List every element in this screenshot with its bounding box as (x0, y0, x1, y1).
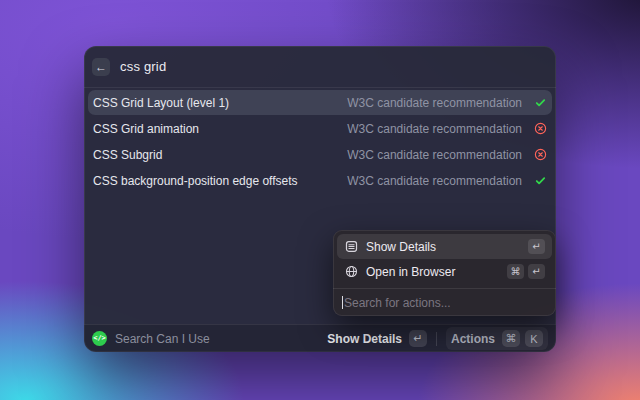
result-status: W3C candidate recommendation (347, 122, 522, 136)
action-key-badges: ⌘↵ (507, 264, 545, 279)
action-panel: Show Details↵Open in Browser⌘↵ (333, 230, 556, 316)
result-title: CSS background-position edge offsets (93, 174, 298, 188)
action-key-badges: ↵ (528, 239, 545, 254)
action-search-input[interactable] (344, 296, 547, 310)
cross-circle-icon (533, 122, 547, 136)
check-icon (533, 96, 547, 110)
result-title: CSS Grid animation (93, 122, 199, 136)
return-key-badge: ↵ (409, 330, 427, 347)
result-row[interactable]: CSS SubgridW3C candidate recommendation (88, 142, 552, 167)
result-row[interactable]: CSS Grid Layout (level 1)W3C candidate r… (88, 90, 552, 115)
result-title: CSS Subgrid (93, 148, 162, 162)
result-status: W3C candidate recommendation (347, 148, 522, 162)
footer-bar: </> Search Can I Use Show Details ↵ Acti… (84, 324, 556, 352)
key-badge: ⌘ (502, 330, 520, 347)
app-name: Search Can I Use (115, 332, 210, 346)
action-item[interactable]: Open in Browser⌘↵ (337, 259, 552, 284)
search-query-text[interactable]: css grid (120, 59, 166, 74)
results-list: CSS Grid Layout (level 1)W3C candidate r… (84, 88, 556, 196)
key-badge: ↵ (528, 264, 545, 279)
desktop-wallpaper: { "header": { "query": "css grid", "back… (0, 0, 640, 400)
cross-circle-icon (533, 148, 547, 162)
check-icon (533, 174, 547, 188)
text-caret (342, 296, 343, 309)
action-search-row[interactable] (333, 289, 556, 316)
actions-label: Actions (451, 332, 495, 346)
result-row[interactable]: CSS background-position edge offsetsW3C … (88, 168, 552, 193)
action-label: Show Details (366, 240, 436, 254)
footer-divider (436, 332, 437, 346)
key-badge: ↵ (528, 239, 545, 254)
search-header[interactable]: ← css grid (84, 46, 556, 88)
action-item[interactable]: Show Details↵ (337, 234, 552, 259)
actions-button[interactable]: Actions ⌘K (446, 327, 548, 350)
show-details-icon (344, 240, 358, 254)
key-badge: K (525, 330, 543, 347)
action-label: Open in Browser (366, 265, 455, 279)
result-status: W3C candidate recommendation (347, 96, 522, 110)
caniuse-app-icon: </> (92, 331, 107, 346)
result-title: CSS Grid Layout (level 1) (93, 96, 229, 110)
result-status: W3C candidate recommendation (347, 174, 522, 188)
result-row[interactable]: CSS Grid animationW3C candidate recommen… (88, 116, 552, 141)
key-badge: ⌘ (507, 264, 524, 279)
back-button[interactable]: ← (92, 58, 110, 76)
globe-icon (344, 265, 358, 279)
action-panel-items: Show Details↵Open in Browser⌘↵ (333, 230, 556, 284)
primary-action-button[interactable]: Show Details (327, 332, 402, 346)
footer-actions: Show Details ↵ Actions ⌘K (327, 327, 548, 350)
